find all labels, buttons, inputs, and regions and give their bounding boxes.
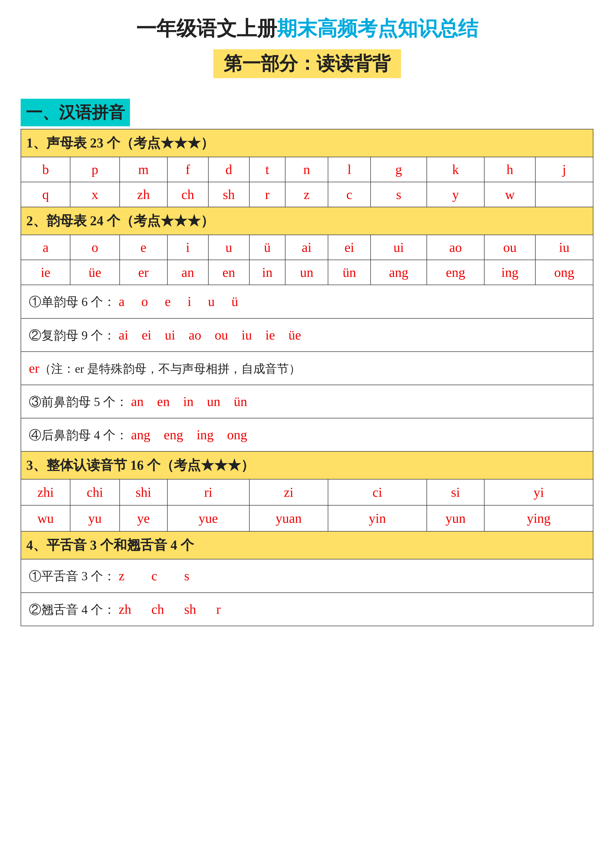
consonant-sh: sh <box>208 182 250 207</box>
consonant-g: g <box>371 157 426 182</box>
back-nasal-content: ang eng ing ong <box>131 428 247 442</box>
consonant-ch: ch <box>167 182 208 207</box>
vowel-er: er <box>119 260 167 285</box>
flat-tones-note: ①平舌音 3 个： z c s <box>21 559 593 592</box>
vowel-ün: ün <box>328 260 371 285</box>
vowel-ao: ao <box>427 235 485 260</box>
consonant-empty <box>535 182 593 207</box>
syl-ri: ri <box>167 479 250 505</box>
vowel-ong: ong <box>535 260 593 285</box>
tones-header: 4、平舌音 3 个和翘舌音 4 个 <box>21 531 593 559</box>
consonant-m: m <box>119 157 167 182</box>
consonant-f: f <box>167 157 208 182</box>
vowel-ui: ui <box>371 235 426 260</box>
consonant-n: n <box>285 157 328 182</box>
er-note: （注：er 是特殊韵母，不与声母相拼，自成音节） <box>39 362 301 375</box>
consonant-w: w <box>484 182 535 207</box>
vowel-o: o <box>70 235 119 260</box>
consonant-y: y <box>427 182 485 207</box>
vowels-row2: ie üe er an en in un ün ang eng ing ong <box>21 260 593 285</box>
vowel-i: i <box>167 235 208 260</box>
compound-vowel-note: ②复韵母 9 个： ai ei ui ao ou iu ie üe <box>21 318 593 352</box>
consonants-row2: q x zh ch sh r z c s y w <box>21 182 593 207</box>
syl-ci: ci <box>328 479 427 505</box>
syllables-header: 3、整体认读音节 16 个（考点★★★） <box>21 451 593 479</box>
vowel-ü: ü <box>250 235 285 260</box>
consonant-h: h <box>484 157 535 182</box>
syl-zhi: zhi <box>21 479 70 505</box>
vowel-e: e <box>119 235 167 260</box>
flat-tone-content: z c s <box>119 569 189 583</box>
syl-yun: yun <box>427 505 485 531</box>
consonant-d: d <box>208 157 250 182</box>
front-nasal-label: ③前鼻韵母 5 个： <box>29 395 128 409</box>
consonant-j: j <box>535 157 593 182</box>
syl-si: si <box>427 479 485 505</box>
syl-zi: zi <box>250 479 328 505</box>
consonant-x: x <box>70 182 119 207</box>
syllables-header-row: 3、整体认读音节 16 个（考点★★★） <box>21 451 593 479</box>
sub-title: 第一部分：读读背背 <box>213 49 401 78</box>
consonant-k: k <box>427 157 485 182</box>
syl-yin: yin <box>328 505 427 531</box>
vowel-ing: ing <box>484 260 535 285</box>
consonants-row1: b p m f d t n l g k h j <box>21 157 593 182</box>
curled-tone-label: ②翘舌音 4 个： <box>29 603 116 616</box>
syl-yu: yu <box>70 505 119 531</box>
vowel-eng: eng <box>427 260 485 285</box>
front-nasal-note: ③前鼻韵母 5 个： an en in un ün <box>21 385 593 418</box>
vowel-in: in <box>250 260 285 285</box>
vowels-header: 2、韵母表 24 个（考点★★★） <box>21 207 593 235</box>
main-title-highlight: 期末高频考点知识总结 <box>277 17 478 40</box>
vowel-an: an <box>167 260 208 285</box>
vowel-üe: üe <box>70 260 119 285</box>
compound-vowel-label: ②复韵母 9 个： <box>29 329 116 342</box>
tones-header-row: 4、平舌音 3 个和翘舌音 4 个 <box>21 531 593 559</box>
vowel-ang: ang <box>371 260 426 285</box>
consonant-q: q <box>21 182 70 207</box>
er-label: er <box>29 361 39 376</box>
consonant-c: c <box>328 182 371 207</box>
consonant-r: r <box>250 182 285 207</box>
single-vowel-note: ①单韵母 6 个： a o e i u ü <box>21 285 593 318</box>
syl-yue: yue <box>167 505 250 531</box>
consonant-t: t <box>250 157 285 182</box>
main-content-table: 1、声母表 23 个（考点★★★） b p m f d t n l g k h … <box>21 129 593 626</box>
consonant-z: z <box>285 182 328 207</box>
vowels-header-row: 2、韵母表 24 个（考点★★★） <box>21 207 593 235</box>
back-nasal-label: ④后鼻韵母 4 个： <box>29 428 128 442</box>
consonants-header-row: 1、声母表 23 个（考点★★★） <box>21 129 593 157</box>
single-vowel-label: ①单韵母 6 个： <box>29 295 116 308</box>
syl-ye: ye <box>119 505 167 531</box>
syllables-row1: zhi chi shi ri zi ci si yi <box>21 479 593 505</box>
syl-wu: wu <box>21 505 70 531</box>
vowel-ai: ai <box>285 235 328 260</box>
vowel-u: u <box>208 235 250 260</box>
curled-tones-note: ②翘舌音 4 个： zh ch sh r <box>21 593 593 626</box>
vowel-en: en <box>208 260 250 285</box>
main-title-prefix: 一年级语文上册 <box>136 17 277 40</box>
consonant-l: l <box>328 157 371 182</box>
vowel-ei: ei <box>328 235 371 260</box>
consonant-p: p <box>70 157 119 182</box>
curled-tone-content: zh ch sh r <box>119 602 221 617</box>
vowel-ou: ou <box>484 235 535 260</box>
er-special-note: er（注：er 是特殊韵母，不与声母相拼，自成音节） <box>21 352 593 385</box>
vowel-iu: iu <box>535 235 593 260</box>
syl-shi: shi <box>119 479 167 505</box>
section-one-header: 一、汉语拼音 <box>21 99 130 126</box>
vowels-row1: a o e i u ü ai ei ui ao ou iu <box>21 235 593 260</box>
consonants-header: 1、声母表 23 个（考点★★★） <box>21 129 593 157</box>
single-vowel-content: a o e i u ü <box>119 294 238 309</box>
syl-ying: ying <box>484 505 593 531</box>
vowel-ie: ie <box>21 260 70 285</box>
consonant-s: s <box>371 182 426 207</box>
syllables-row2: wu yu ye yue yuan yin yun ying <box>21 505 593 531</box>
consonant-zh: zh <box>119 182 167 207</box>
consonant-b: b <box>21 157 70 182</box>
main-title: 一年级语文上册期末高频考点知识总结 <box>21 16 593 42</box>
flat-tone-label: ①平舌音 3 个： <box>29 569 116 583</box>
syl-yi: yi <box>484 479 593 505</box>
syl-chi: chi <box>70 479 119 505</box>
syl-yuan: yuan <box>250 505 328 531</box>
